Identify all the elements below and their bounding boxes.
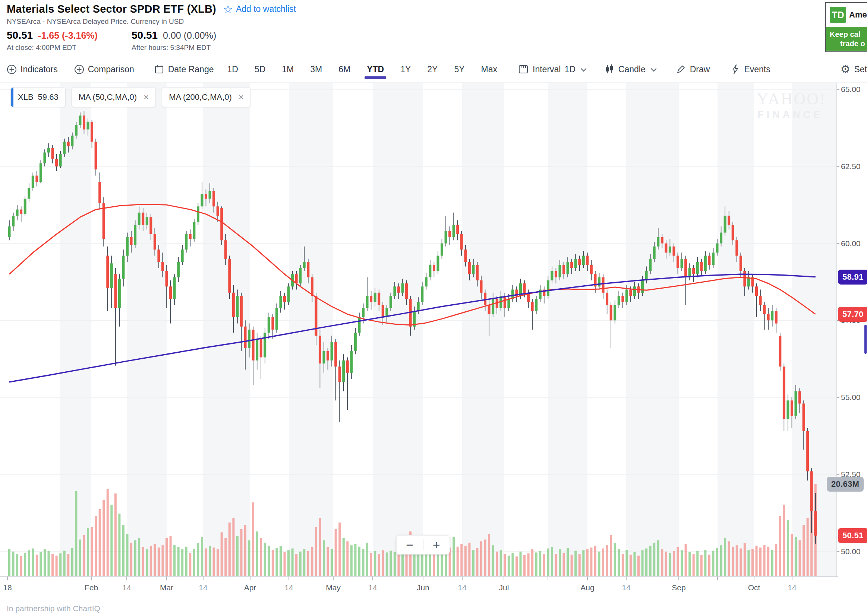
candle (244, 327, 247, 348)
axis-scrollbar-handle[interactable] (864, 325, 867, 354)
candle (130, 237, 133, 245)
volume-bar (508, 556, 510, 576)
volume-bar (354, 544, 356, 576)
candle (323, 351, 325, 363)
candle (712, 253, 714, 265)
volume-bar (452, 537, 455, 576)
volume-bar (126, 534, 129, 576)
price-tick-label: 62.50 (841, 162, 861, 171)
volume-bar (732, 547, 734, 576)
volume-bar (783, 504, 785, 576)
candle (87, 122, 90, 130)
volume-bar (787, 520, 789, 576)
candle (692, 268, 695, 275)
legend-chip-ma200[interactable]: MA (200,C,MA,0) × (162, 87, 251, 107)
candle (20, 210, 22, 214)
td-logo: TD (830, 7, 846, 23)
legend-chip-symbol[interactable]: XLB 59.63 (10, 87, 66, 107)
candle (649, 259, 651, 271)
candle (95, 142, 97, 170)
volume-bar (555, 554, 557, 576)
volume-bar (511, 553, 514, 576)
volume-bar (154, 544, 156, 576)
volume-bar (610, 535, 612, 576)
volume-bar (350, 545, 353, 576)
volume-bar (547, 548, 549, 576)
volume-bar (134, 541, 136, 576)
volume-bar (110, 504, 113, 576)
volume-bar (669, 553, 671, 576)
candle (570, 262, 573, 268)
volume-bar (457, 547, 459, 576)
price-badge: 58.91 (838, 270, 867, 284)
volume-bar (315, 527, 317, 576)
watermark-line1: YAHOO! (757, 90, 824, 108)
candle (441, 244, 443, 256)
volume-bar (240, 529, 242, 576)
yahoo-finance-watermark: YAHOO! FINANCE (757, 90, 824, 121)
volume-bar (99, 509, 101, 576)
chip-ma200-label: MA (200,C,MA,0) (169, 93, 232, 102)
candle (783, 366, 785, 419)
candle (645, 271, 648, 280)
volume-bar (272, 550, 274, 576)
candle (382, 305, 384, 317)
volume-bar (685, 544, 687, 576)
volume-bar (633, 552, 635, 576)
candle (173, 277, 176, 299)
volume-bar (708, 555, 711, 576)
time-tick-label: Oct (748, 583, 760, 592)
candle (452, 225, 455, 237)
candle (362, 308, 364, 317)
zoom-in-button[interactable]: + (423, 536, 450, 553)
time-tick-label: Aug (580, 583, 594, 592)
candle (472, 265, 474, 274)
candle (389, 296, 392, 308)
legend-chip-ma50[interactable]: MA (50,C,MA,0) × (72, 87, 156, 107)
td-ameritrade-ad[interactable]: TD Amerit Keep cal trade o (825, 2, 867, 52)
candle (307, 262, 309, 277)
candle (445, 231, 447, 243)
volume-bar (728, 541, 730, 576)
price-tick-label: 60.00 (841, 239, 861, 248)
volume-bar (12, 552, 14, 576)
volume-bar (87, 528, 89, 576)
candle (177, 262, 180, 277)
volume-bar (36, 555, 38, 576)
volume-bar (339, 523, 340, 576)
volume-bar (342, 538, 345, 576)
chip-ma50-label: MA (50,C,MA,0) (79, 93, 137, 102)
zoom-out-button[interactable]: − (397, 536, 423, 553)
candle (767, 314, 770, 321)
volume-bar (201, 537, 203, 576)
volume-bar (236, 536, 238, 576)
candle (602, 277, 605, 292)
volume-bar (476, 548, 478, 576)
close-icon[interactable]: × (141, 92, 149, 102)
volume-bar (657, 541, 659, 576)
volume-bar (63, 551, 66, 576)
ad-banner: Keep cal trade o (826, 27, 867, 51)
candle (802, 404, 805, 431)
time-tick-label: Jul (499, 583, 509, 592)
candle (28, 188, 30, 199)
candle (181, 250, 184, 262)
candle (268, 317, 270, 333)
close-icon[interactable]: × (236, 92, 244, 102)
volume-bar (358, 547, 361, 576)
volume-bar (292, 548, 294, 576)
candle (354, 333, 357, 351)
candle (724, 215, 727, 233)
volume-bar (260, 538, 262, 576)
volume-bar (571, 555, 573, 576)
candle (197, 206, 199, 222)
candle (567, 262, 569, 274)
candle (550, 271, 553, 280)
volume-bar (496, 552, 498, 576)
volume-bar (307, 551, 309, 576)
chip-accent-bar (11, 88, 13, 107)
candle (665, 244, 667, 253)
candle (669, 247, 671, 253)
candle (350, 351, 353, 373)
candle (114, 274, 117, 308)
